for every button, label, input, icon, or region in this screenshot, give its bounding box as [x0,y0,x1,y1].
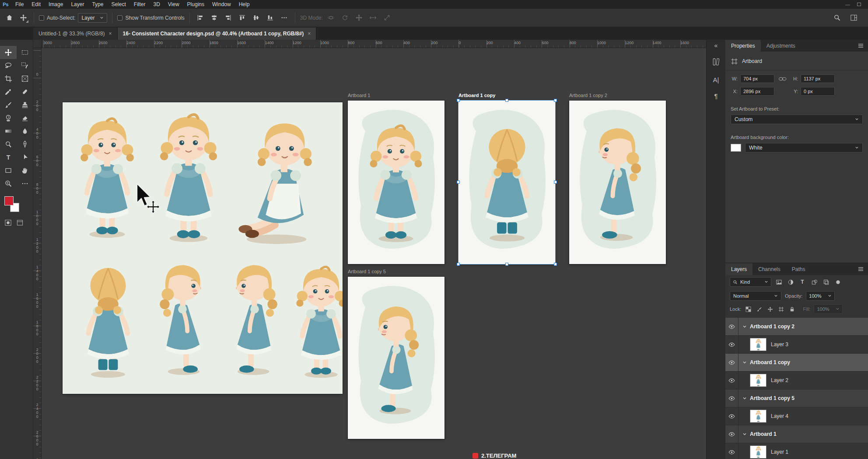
edit-toolbar[interactable] [17,177,33,190]
rectangular-marquee-tool[interactable] [17,46,33,59]
object-selection-tool[interactable] [17,59,33,72]
crop-tool[interactable] [0,72,17,85]
visibility-eye-icon[interactable] [725,372,738,389]
rectangle-tool[interactable] [0,164,17,177]
layer-row-artboard[interactable]: Artboard 1 copy [725,354,868,372]
layer-row[interactable]: Layer 3 [725,336,868,354]
type-tool[interactable]: T [0,151,17,164]
libraries-panel-icon[interactable] [712,58,720,67]
transform-handle[interactable] [505,263,508,266]
character-panel-icon[interactable]: A| [713,76,719,83]
align-right-icon[interactable] [223,12,234,24]
lock-image-pixels-icon[interactable] [756,306,763,313]
workspace-switcher-icon[interactable] [848,12,859,24]
align-center-horizontal-icon[interactable] [209,12,220,24]
move-tool[interactable] [0,46,17,59]
menu-file[interactable]: File [11,0,28,9]
collapse-panels-icon[interactable]: « [714,42,718,49]
canvas-area[interactable]: 3000280026002400220020001800160014001200… [33,40,706,459]
artboard-character-sheet[interactable] [63,102,343,394]
dodge-tool[interactable] [0,138,17,151]
layer-thumbnail[interactable] [750,445,766,459]
panel-menu-icon[interactable] [858,40,868,52]
vertical-ruler[interactable]: 0200400600800100012001400160018002000220… [33,48,42,459]
transform-handle[interactable] [457,99,460,102]
height-field[interactable]: 1137 px [801,74,835,83]
visibility-eye-icon[interactable] [725,336,738,353]
layer-row[interactable]: Layer 4 [725,407,868,425]
filter-type-layers-icon[interactable]: T [798,278,807,286]
menu-select[interactable]: Select [107,0,130,9]
align-top-icon[interactable] [237,12,248,24]
checkbox-icon[interactable] [117,15,122,21]
link-dimensions-icon[interactable] [777,76,788,81]
checkbox-icon[interactable] [39,15,44,21]
ruler-origin-corner[interactable] [33,40,42,48]
artboard-1-copy-selected[interactable] [458,101,555,264]
auto-select-checkbox[interactable]: Auto-Select: [39,15,75,21]
eyedropper-tool[interactable] [0,85,17,98]
tab-layers[interactable]: Layers [725,263,752,275]
tab-paths[interactable]: Paths [786,263,811,275]
artboard-label[interactable]: Artboard 1 [348,93,370,98]
filter-shape-layers-icon[interactable] [810,278,819,286]
transform-handle[interactable] [505,99,508,102]
align-left-icon[interactable] [195,12,206,24]
pasteboard[interactable]: Artboard 1 Artboard 1 copy Artboard 1 co… [42,48,706,459]
layer-thumbnail[interactable] [750,410,766,423]
visibility-eye-icon[interactable] [725,318,738,335]
artboard-1[interactable] [348,101,444,264]
menu-help[interactable]: Help [235,0,254,9]
panel-menu-icon[interactable] [858,263,868,275]
pen-tool[interactable] [17,138,33,151]
layer-row-artboard[interactable]: Artboard 1 copy 2 [725,318,868,336]
menu-type[interactable]: Type [88,0,107,9]
home-icon[interactable] [4,12,15,24]
zoom-tool[interactable] [0,177,17,190]
window-minimize-icon[interactable]: — [845,2,850,7]
transform-handle[interactable] [554,99,557,102]
menu-layer[interactable]: Layer [67,0,88,9]
menu-3d[interactable]: 3D [149,0,164,9]
menu-view[interactable]: View [164,0,183,9]
menu-filter[interactable]: Filter [130,0,150,9]
y-field[interactable]: 0 px [801,87,835,96]
layer-row-artboard[interactable]: Artboard 1 [725,425,868,443]
layer-thumbnail[interactable] [750,374,766,387]
spot-healing-brush-tool[interactable] [17,85,33,98]
lock-transparent-pixels-icon[interactable] [745,306,752,313]
tab-close-icon[interactable]: × [308,31,311,37]
more-align-options-icon[interactable] [279,12,290,24]
transform-handle[interactable] [457,181,460,184]
visibility-eye-icon[interactable] [725,407,738,425]
layer-row[interactable]: Layer 1 [725,443,868,459]
menu-edit[interactable]: Edit [28,0,45,9]
collapse-chevron-icon[interactable] [742,432,747,436]
artboard-background-dropdown[interactable]: White [745,143,863,153]
collapse-chevron-icon[interactable] [742,324,747,329]
transform-handle[interactable] [554,263,557,266]
artboard-label-selected[interactable]: Artboard 1 copy [458,93,495,98]
artboard-background-swatch[interactable] [731,144,741,152]
show-transform-checkbox[interactable]: Show Transform Controls [117,15,184,21]
current-tool-move-icon[interactable] [18,12,29,24]
align-middle-vertical-icon[interactable] [251,12,262,24]
transform-handle[interactable] [457,263,460,266]
filter-pixel-layers-icon[interactable] [774,278,783,286]
document-tab[interactable]: Untitled-1 @ 33.3% (RGB/8)× [33,28,118,40]
artboard-1-copy-5[interactable] [348,277,444,439]
tab-adjustments[interactable]: Adjustments [761,40,801,52]
brush-tool[interactable] [0,98,17,111]
filter-smart-objects-icon[interactable] [822,278,830,286]
opacity-dropdown[interactable]: 100% [806,291,835,301]
align-bottom-icon[interactable] [265,12,276,24]
gradient-tool[interactable] [0,125,17,138]
search-icon[interactable] [831,12,843,24]
tab-close-icon[interactable]: × [109,31,112,37]
artboard-preset-dropdown[interactable]: Custom [731,115,863,124]
screen-mode-icon[interactable] [16,219,24,228]
width-field[interactable]: 704 px [740,74,774,83]
collapse-chevron-icon[interactable] [742,360,747,365]
document-tab[interactable]: 16- Consistent Character design.psd @ 40… [118,28,317,40]
path-selection-tool[interactable] [17,151,33,164]
